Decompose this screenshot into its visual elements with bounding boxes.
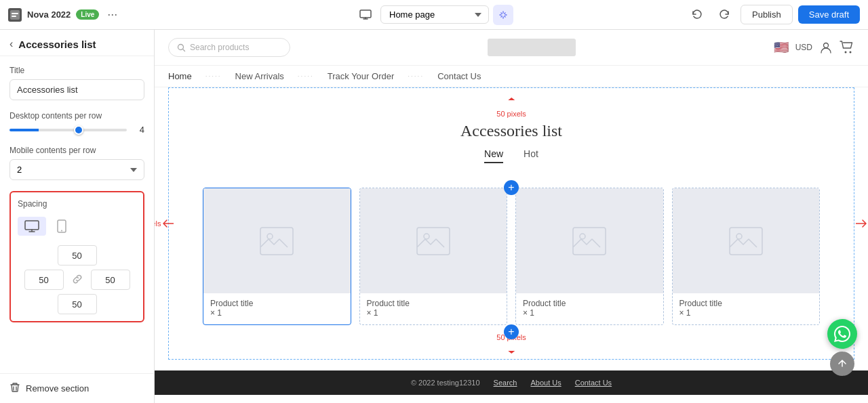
header-right: 🇺🇸 USD [774, 40, 854, 55]
back-button[interactable]: ‹ [9, 38, 13, 50]
spacing-bottom-input[interactable] [58, 294, 97, 314]
add-section-top-button[interactable]: + [504, 180, 519, 195]
add-section-bottom-button[interactable]: + [504, 324, 519, 339]
footer-link-search[interactable]: Search [494, 379, 517, 387]
page-selector[interactable]: Home page About Contact [380, 5, 489, 24]
product-info-3: Product title × 1 [516, 293, 663, 324]
nav-bar: Home ····· New Arrivals ····· Track Your… [155, 66, 868, 87]
desktop-slider-container: 4 [9, 125, 144, 135]
product-image-2 [360, 188, 507, 293]
store-header: Search products 🇺🇸 USD [155, 30, 868, 66]
whatsapp-button[interactable] [827, 319, 857, 349]
currency-text: USD [795, 43, 812, 52]
mobile-per-row-group: Mobile contents per row 1 2 3 4 [9, 146, 144, 180]
svg-point-11 [850, 51, 852, 54]
footer-link-about[interactable]: About Us [530, 379, 561, 387]
arrow-right-icon [856, 219, 867, 228]
product-card-3[interactable]: Product title × 1 [515, 188, 664, 325]
scroll-top-button[interactable] [830, 352, 854, 376]
product-qty-4: × 1 [679, 308, 813, 318]
nav-home[interactable]: Home [168, 71, 192, 81]
mobile-per-row-select[interactable]: 1 2 3 4 [9, 159, 144, 180]
title-field-group: Title [9, 66, 144, 100]
spacing-top-input[interactable] [58, 245, 97, 266]
sidebar-title: Accessories list [18, 39, 96, 50]
flag-icon: 🇺🇸 [774, 40, 789, 55]
spacing-right-input[interactable] [91, 270, 130, 290]
search-placeholder: Search products [190, 43, 249, 52]
monitor-button[interactable] [355, 4, 376, 26]
product-grid: accessory item Product title × 1 [169, 188, 854, 325]
canvas-frame: Search products 🇺🇸 USD Home ····· New Ar… [155, 30, 868, 403]
spacing-device-tabs [18, 214, 136, 238]
arrow-left-icon [163, 219, 174, 228]
product-name-4: Product title [679, 299, 813, 308]
desktop-per-row-slider[interactable] [9, 129, 127, 131]
desktop-tab[interactable] [18, 217, 46, 236]
magic-button[interactable] [493, 5, 513, 25]
tab-hot[interactable]: Hot [524, 148, 538, 163]
user-icon [819, 41, 833, 54]
nav-track-order[interactable]: Track Your Order [328, 71, 395, 81]
product-name-1: Product title [210, 299, 344, 308]
nav-new-arrivals[interactable]: New Arrivals [235, 71, 284, 81]
svg-point-10 [845, 51, 847, 54]
mobile-tab[interactable] [50, 217, 73, 236]
svg-rect-1 [12, 13, 18, 14]
save-draft-button[interactable]: Save draft [798, 5, 860, 24]
product-info-4: Product title × 1 [673, 293, 820, 324]
sidebar-header: ‹ Accessories list [0, 30, 154, 56]
product-qty-1: × 1 [210, 308, 344, 318]
remove-section-label: Remove section [26, 383, 89, 394]
product-card-1[interactable]: accessory item Product title × 1 [203, 188, 351, 325]
top-bar-left: Nova 2022 Live ··· [8, 7, 348, 22]
canvas-area: Search products 🇺🇸 USD Home ····· New Ar… [155, 30, 868, 403]
title-field-label: Title [9, 66, 144, 75]
footer-link-contact[interactable]: Contact Us [575, 379, 612, 387]
nav-contact[interactable]: Contact Us [437, 71, 481, 81]
sidebar-body: Title Desktop contents per row 4 Mobile … [0, 56, 154, 373]
svg-point-13 [267, 234, 273, 239]
left-pixel-indicator: 50 pixels [155, 219, 174, 228]
desktop-per-row-value: 4 [134, 125, 144, 135]
spacing-left-input[interactable] [24, 270, 64, 290]
top-bar-center: Home page About Contact [355, 4, 513, 26]
undo-button[interactable] [686, 4, 708, 26]
more-button[interactable]: ··· [104, 7, 120, 22]
section-heading: Accessories list [169, 122, 854, 140]
product-image-4 [673, 188, 820, 293]
product-image-3 [516, 188, 663, 293]
product-info-2: Product title × 1 [360, 293, 507, 324]
left-pixel-label: 50 pixels [155, 219, 161, 228]
footer-copyright: © 2022 testing12310 [411, 379, 480, 387]
product-info-1: Product title × 1 [203, 293, 351, 324]
redo-button[interactable] [713, 4, 735, 26]
tab-new[interactable]: New [484, 148, 503, 163]
product-card-2[interactable]: Product title × 1 [359, 188, 508, 325]
svg-rect-3 [360, 10, 371, 18]
product-image-1 [203, 188, 351, 293]
spacing-label: Spacing [18, 199, 136, 209]
arrow-down-icon [507, 343, 515, 354]
spacing-section: Spacing [9, 191, 144, 322]
arrow-up-icon [507, 98, 515, 108]
svg-rect-2 [12, 16, 16, 17]
svg-rect-5 [25, 221, 39, 230]
product-card-4[interactable]: Product title × 1 [672, 188, 821, 325]
svg-point-15 [424, 234, 429, 239]
search-box[interactable]: Search products [168, 38, 290, 57]
top-bar-right: Publish Save draft [520, 4, 860, 26]
remove-section-button[interactable]: Remove section [0, 373, 154, 403]
product-grid-wrapper: + accessory item Product title × 1 [169, 188, 854, 332]
logo-placeholder [488, 39, 576, 56]
svg-rect-0 [10, 10, 20, 20]
svg-point-19 [736, 234, 742, 239]
link-icon[interactable] [69, 274, 85, 287]
site-name: Nova 2022 [27, 9, 71, 20]
spacing-middle-row [24, 270, 130, 290]
publish-button[interactable]: Publish [741, 5, 793, 24]
accessories-section: 50 pixels Accessories list New Hot 50 pi… [168, 87, 854, 360]
title-input[interactable] [9, 79, 144, 100]
spacing-grid [18, 245, 136, 314]
mobile-per-row-label: Mobile contents per row [9, 146, 144, 155]
